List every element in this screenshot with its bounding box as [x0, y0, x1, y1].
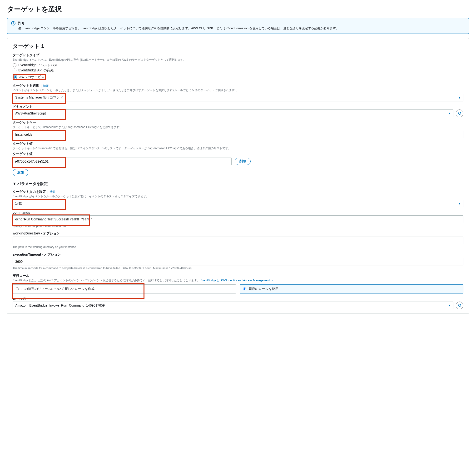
radio-api[interactable]: [13, 68, 17, 72]
page-title: ターゲットを選択: [7, 5, 469, 14]
refresh-role-button[interactable]: [456, 302, 463, 309]
commands-label: commands: [13, 211, 463, 214]
info-icon: i: [11, 21, 16, 31]
target-value-sub-label: ターゲット値: [13, 152, 463, 156]
role-helper: EventBridge には、上記の AWS アカウントのイベントバスにイベント…: [13, 279, 463, 283]
target-key-label: ターゲットキー: [13, 120, 463, 125]
target-input-helper: EventBridge がイベントをルールのターゲットに渡す前に、イベントのテキ…: [13, 195, 463, 198]
select-target-value: Systems Manager 実行コマンド: [15, 95, 63, 100]
iam-link[interactable]: EventBridge と AWS Identity and Access Ma…: [201, 279, 273, 282]
timeout-label: executionTimeout - オプション: [13, 253, 463, 257]
role-option-new[interactable]: この特定のリソースについて新しいロールを作成: [13, 284, 236, 294]
role-name-label: ロール名: [13, 297, 463, 301]
target-panel: ターゲット 1 ターゲットタイプ EventBridge イベントバス、Even…: [7, 38, 469, 314]
target-1-title: ターゲット 1: [13, 42, 463, 50]
target-input-label: ターゲット入力を設定: [13, 190, 46, 194]
radio-role-new[interactable]: [16, 287, 19, 290]
timeout-input[interactable]: [13, 258, 463, 265]
external-link-icon: ↗: [271, 279, 273, 283]
chevron-down-icon: ▼: [458, 96, 461, 99]
target-type-helper: EventBridge イベントバス、EventBridge API の宛先 (…: [13, 58, 463, 62]
commands-helper: Specify a shell script or a command to r…: [13, 224, 463, 228]
role-option-existing[interactable]: 既存のロールを使用: [240, 284, 463, 294]
target-value-label: ターゲット値: [13, 142, 463, 146]
radio-api-label: EventBridge API の宛先: [18, 68, 53, 73]
workdir-label: workingDirectory - オプション: [13, 231, 463, 236]
info-link[interactable]: 情報: [43, 84, 49, 88]
radio-aws-service[interactable]: [14, 75, 17, 79]
document-value: AWS-RunShellScript: [15, 111, 46, 115]
permission-title: 許可: [18, 21, 465, 25]
permission-info-box: i 許可 注: EventBridge コンソールを使用する場合、EventBr…: [7, 18, 469, 34]
role-name-dropdown[interactable]: Amazon_EventBridge_Invoke_Run_Command_14…: [13, 302, 453, 309]
radio-aws-service-label: AWS のサービス: [19, 75, 44, 79]
timeout-helper: The time in seconds for a command to com…: [13, 266, 463, 271]
select-target-helper: イベントがイベントパターンと一致したとき、またはスケジュールがトリガーされたとき…: [13, 88, 463, 92]
radio-eventbus-label: EventBridge イベントバス: [18, 63, 57, 67]
chevron-down-icon: ▼: [458, 202, 461, 205]
role-label: 実行ロール: [13, 274, 463, 278]
target-input-dropdown[interactable]: 定数 ▼: [13, 200, 463, 207]
document-dropdown[interactable]: AWS-RunShellScript ▼: [13, 110, 453, 117]
target-type-label: ターゲットタイプ: [13, 53, 463, 57]
chevron-down-icon: ▼: [448, 304, 451, 307]
select-target-label: ターゲットを選択: [13, 84, 39, 88]
role-option-existing-label: 既存のロールを使用: [248, 287, 279, 291]
refresh-document-button[interactable]: [456, 110, 463, 117]
role-option-new-label: この特定のリソースについて新しいロールを作成: [21, 287, 94, 291]
target-key-helper: ターゲットキーとして 'InstanceIds' または 'tag:<Amazo…: [13, 125, 463, 129]
radio-eventbus[interactable]: [13, 63, 17, 67]
target-key-input[interactable]: [13, 131, 463, 138]
target-value-helper: ターゲットキーが 'InstanceIds' である場合、値は EC2 インスタ…: [13, 146, 463, 150]
add-button[interactable]: 追加: [13, 169, 28, 176]
params-header[interactable]: ▼ パラメータを設定: [13, 181, 463, 186]
document-label: ドキュメント: [13, 105, 463, 109]
target-value-input[interactable]: [13, 158, 232, 165]
delete-button[interactable]: 削除: [235, 158, 251, 165]
workdir-helper: The path to the working directory on you…: [13, 245, 463, 249]
select-target-dropdown[interactable]: Systems Manager 実行コマンド ▼: [13, 94, 463, 102]
permission-text: 注: EventBridge コンソールを使用する場合、EventBridge …: [18, 26, 465, 31]
radio-role-existing[interactable]: [243, 287, 246, 290]
chevron-down-icon: ▼: [13, 182, 17, 186]
workdir-input[interactable]: [13, 237, 463, 244]
role-name-value: Amazon_EventBridge_Invoke_Run_Command_14…: [15, 304, 105, 307]
chevron-down-icon: ▼: [448, 112, 451, 115]
commands-input[interactable]: [13, 215, 463, 223]
info-link[interactable]: 情報: [50, 190, 55, 194]
target-input-value: 定数: [15, 201, 22, 206]
